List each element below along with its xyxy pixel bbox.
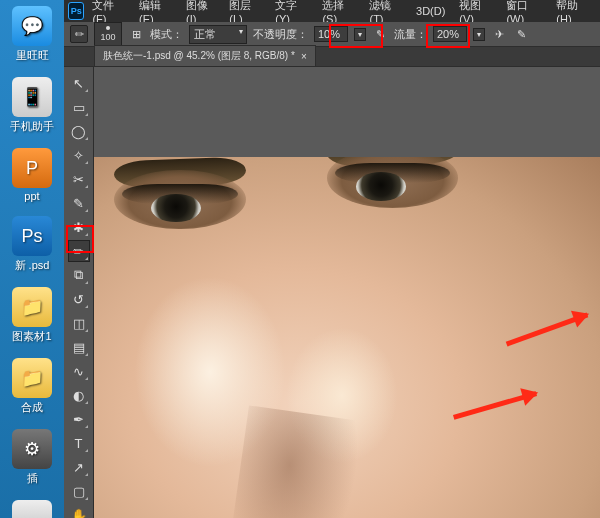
desktop-icon-folder[interactable]: 📁图素材1 [4,287,60,344]
menubar: Ps 文件(F) 编辑(E) 图像(I) 图层(L) 文字(Y) 选择(S) 滤… [64,0,600,22]
document-tab[interactable]: 肤色统一-1.psd @ 45.2% (图层 8, RGB/8) * × [94,45,316,66]
document-tab-bar: 肤色统一-1.psd @ 45.2% (图层 8, RGB/8) * × [64,47,600,67]
dodge-tool[interactable]: ◐ [68,384,90,406]
phone-helper-icon: 📱 [12,77,52,117]
psd-icon: Ps [12,216,52,256]
ppt-icon: P [12,148,52,188]
menu-help[interactable]: 帮助(H) [550,0,596,25]
image-content [114,170,246,230]
flow-input[interactable]: 20% [433,26,467,42]
shape-tool[interactable]: ▢ [68,480,90,502]
photoshop-window: Ps 文件(F) 编辑(E) 图像(I) 图层(L) 文字(Y) 选择(S) 滤… [64,0,600,518]
canvas-padding [94,67,600,157]
menu-view[interactable]: 视图(V) [453,0,498,25]
menu-3d[interactable]: 3D(D) [410,5,451,17]
image-content [224,405,369,518]
menu-filter[interactable]: 滤镜(T) [363,0,408,25]
menu-type[interactable]: 文字(Y) [269,0,314,25]
desktop-icon-helper[interactable]: 📱手机助手 [4,77,60,134]
clone-stamp-tool[interactable]: ⧉ [68,264,90,286]
desktop-icon-wangwang[interactable]: 💬里旺旺 [4,6,60,63]
desktop: 💬里旺旺 📱手机助手 Pppt Ps新 .psd 📁图素材1 📁合成 ⚙插 [0,0,64,518]
pen-tool[interactable]: ✒ [68,408,90,430]
pressure-opacity-icon[interactable]: ✎ [372,26,388,42]
type-tool[interactable]: T [68,432,90,454]
blend-mode-select[interactable]: 正常 [189,25,247,44]
flow-drop[interactable]: ▾ [473,28,485,41]
file-icon [12,500,52,518]
hand-tool[interactable]: ✋ [68,504,90,518]
menu-edit[interactable]: 编辑(E) [133,0,178,25]
folder-icon: 📁 [12,287,52,327]
options-bar: ✏ 100 ⊞ 模式： 正常 不透明度： 10% ▾ ✎ 流量： 20% ▾ ✈… [64,22,600,47]
opacity-drop[interactable]: ▾ [354,28,366,41]
brush-panel-toggle-icon[interactable]: ⊞ [128,26,144,42]
blend-mode-value: 正常 [194,28,216,40]
brush-size-preview[interactable]: 100 [94,22,122,46]
close-icon[interactable]: × [301,51,307,62]
active-tool-preset-icon[interactable]: ✏ [70,25,88,43]
tool-palette: ↖▭◯✧✂✎✱✏⧉↺◫▤∿◐✒T↗▢✋🔍 [64,67,94,518]
menu-window[interactable]: 窗口(W) [500,0,548,25]
wangwang-icon: 💬 [12,6,52,46]
canvas-area [94,67,600,518]
airbrush-icon[interactable]: ✈ [491,26,507,42]
desktop-label: ppt [24,190,39,202]
desktop-icon-folder2[interactable]: 📁合成 [4,358,60,415]
blur-tool[interactable]: ∿ [68,360,90,382]
document-tab-title: 肤色统一-1.psd @ 45.2% (图层 8, RGB/8) * [103,49,295,63]
history-brush-tool[interactable]: ↺ [68,288,90,310]
folder-icon: 📁 [12,358,52,398]
move-tool[interactable]: ↖ [68,72,90,94]
desktop-icon-psd[interactable]: Ps新 .psd [4,216,60,273]
canvas[interactable] [94,157,600,518]
opacity-label: 不透明度： [253,27,308,42]
desktop-icon-ppt[interactable]: Pppt [4,148,60,202]
flow-label: 流量： [394,27,427,42]
rect-marquee-tool[interactable]: ▭ [68,96,90,118]
pressure-size-icon[interactable]: ✎ [513,26,529,42]
desktop-icon-plugin[interactable]: ⚙插 [4,429,60,486]
eraser-tool[interactable]: ◫ [68,312,90,334]
eyedropper-tool[interactable]: ✎ [68,192,90,214]
desktop-label: 图素材1 [12,329,51,344]
workspace: ↖▭◯✧✂✎✱✏⧉↺◫▤∿◐✒T↗▢✋🔍 [64,67,600,518]
desktop-label: 插 [27,471,38,486]
path-select-tool[interactable]: ↗ [68,456,90,478]
crop-tool[interactable]: ✂ [68,168,90,190]
gradient-tool[interactable]: ▤ [68,336,90,358]
desktop-icon-blank[interactable] [4,500,60,518]
plugin-icon: ⚙ [12,429,52,469]
menu-layer[interactable]: 图层(L) [223,0,267,25]
menu-file[interactable]: 文件(F) [86,0,131,25]
desktop-label: 里旺旺 [16,48,49,63]
ps-logo-icon[interactable]: Ps [68,2,84,20]
desktop-label: 新 .psd [15,258,50,273]
healing-brush-tool[interactable]: ✱ [68,216,90,238]
desktop-label: 手机助手 [10,119,54,134]
menu-image[interactable]: 图像(I) [180,0,221,25]
magic-wand-tool[interactable]: ✧ [68,144,90,166]
menu-select[interactable]: 选择(S) [316,0,361,25]
image-content [327,157,459,208]
mode-label: 模式： [150,27,183,42]
brush-size-value: 100 [100,32,115,42]
desktop-label: 合成 [21,400,43,415]
opacity-input[interactable]: 10% [314,26,348,42]
lasso-tool[interactable]: ◯ [68,120,90,142]
brush-tool[interactable]: ✏ [68,240,90,262]
